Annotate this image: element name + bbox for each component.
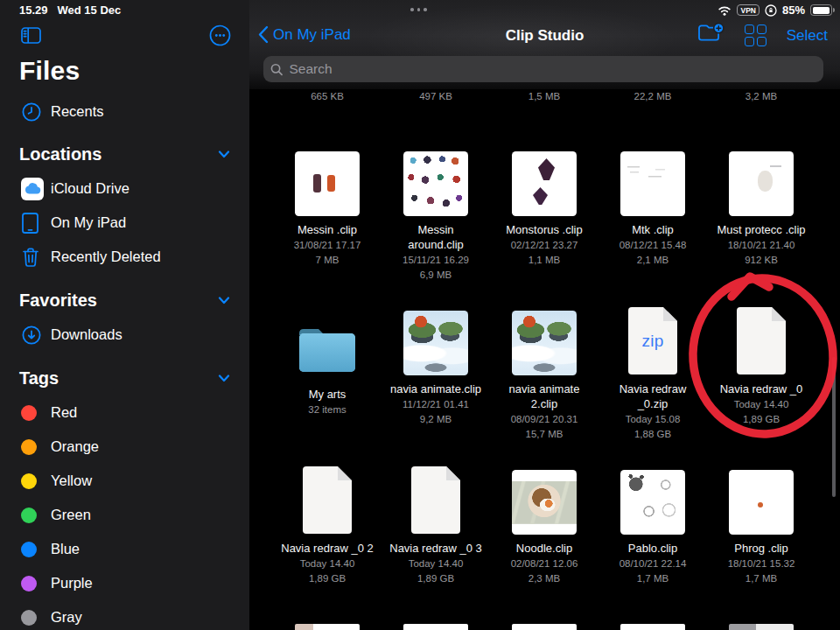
app-title: Files <box>19 56 80 86</box>
file-size: 3,2 MB <box>707 91 816 102</box>
sidebar-section-tags[interactable]: Tags <box>0 361 249 396</box>
file-date: 02/12/21 23.27 <box>511 238 578 252</box>
file-thumbnail <box>512 311 577 375</box>
sidebar-section-favorites[interactable]: Favorites <box>0 284 249 318</box>
file-tile-navia-redraw-0-2[interactable]: Navia redraw _0 2 Today 14.40 1,89 GB <box>273 466 382 585</box>
file-grid-row-3: Navia redraw _0 2 Today 14.40 1,89 GB Na… <box>273 466 816 585</box>
file-size: 2,1 MB <box>637 253 668 267</box>
zip-label: zip <box>628 307 677 374</box>
file-tile-mtk[interactable]: Mtk .clip 08/12/21 15.48 2,1 MB <box>598 148 707 267</box>
chevron-down-icon <box>218 297 230 304</box>
file-name: Navia redraw _0.zip <box>606 382 699 411</box>
sidebar-item-label: iCloud Drive <box>51 180 130 197</box>
file-size: 22,2 MB <box>598 91 707 102</box>
file-name: Pablo.clip <box>628 541 677 556</box>
chevron-down-icon <box>218 374 230 382</box>
tag-color-dot <box>21 473 37 489</box>
sidebar-section-locations[interactable]: Locations <box>0 137 249 172</box>
file-thumbnail <box>512 470 577 535</box>
sidebar-item-icloud-drive[interactable]: iCloud Drive <box>0 172 249 206</box>
file-thumbnail <box>403 311 468 375</box>
back-label: On My iPad <box>273 26 351 44</box>
file-size: 497 KB <box>382 91 490 102</box>
file-tile-navia-animate[interactable]: navia animate.clip 11/12/21 01.41 9,2 MB <box>382 307 490 426</box>
file-date: 02/08/21 12.06 <box>511 556 578 570</box>
sidebar-item-tag-gray[interactable]: Gray <box>0 600 249 630</box>
grid-view-button[interactable] <box>745 24 766 46</box>
search-bar[interactable] <box>263 56 823 82</box>
sidebar-item-tag-orange[interactable]: Orange <box>0 430 249 464</box>
file-tile-messin-around[interactable]: Messin around.clip 15/11/21 16.29 6,9 MB <box>382 148 490 282</box>
sidebar: 15.29 Wed 15 Dec <box>0 0 249 630</box>
downloads-icon <box>21 325 51 346</box>
file-tile-navia-redraw-0[interactable]: Navia redraw _0 Today 14.40 1,89 GB <box>707 307 816 426</box>
file-thumbnail <box>729 151 794 216</box>
status-icons: VPN 85% <box>718 4 832 17</box>
file-tile-navia-redraw-zip[interactable]: zip Navia redraw _0.zip Today 15.08 1,88… <box>598 307 707 441</box>
new-folder-button[interactable] <box>697 23 724 48</box>
sidebar-item-recents[interactable]: Recents <box>0 94 249 129</box>
folder-icon <box>295 325 360 375</box>
folder-tile-my-arts[interactable]: My arts 32 items <box>273 307 382 416</box>
file-size: 15,7 MB <box>526 427 564 441</box>
ipad-icon <box>21 212 51 234</box>
file-size: 2,3 MB <box>528 571 560 585</box>
file-date: Today 15.08 <box>626 412 681 426</box>
file-name: Monstorus .clip <box>506 222 582 237</box>
sidebar-item-tag-blue[interactable]: Blue <box>0 532 249 566</box>
file-tile-navia-redraw-0-3[interactable]: Navia redraw _0 3 Today 14.40 1,89 GB <box>382 466 490 585</box>
file-tile-must-protecc[interactable]: Must protecc .clip 18/10/21 21.40 912 KB <box>707 148 816 267</box>
tag-color-dot <box>21 610 37 626</box>
file-tile-monstorus[interactable]: Monstorus .clip 02/12/21 23.27 1,1 MB <box>490 148 598 267</box>
trash-icon <box>21 247 51 268</box>
scrollbar-thumb[interactable] <box>832 357 836 497</box>
file-date: Today 14.40 <box>409 556 464 570</box>
sidebar-toggle-icon[interactable] <box>21 27 41 47</box>
search-input[interactable] <box>287 60 816 78</box>
file-tile-pablo[interactable]: Pablo.clip 08/10/21 22.14 1,7 MB <box>598 466 707 585</box>
file-date: 18/10/21 15.32 <box>728 556 795 570</box>
file-tile-messin[interactable]: Messin .clip 31/08/21 17.17 7 MB <box>273 148 382 267</box>
zip-file-icon: zip <box>628 307 677 374</box>
partial-row-sizes: 665 KB 497 KB 1,5 MB 22,2 MB 3,2 MB <box>273 91 816 102</box>
sidebar-item-recently-deleted[interactable]: Recently Deleted <box>0 240 249 274</box>
tag-color-dot <box>21 576 37 592</box>
status-time: 15.29 <box>19 4 48 17</box>
status-time-date: 15.29 Wed 15 Dec <box>19 4 121 17</box>
sidebar-item-on-my-ipad[interactable]: On My iPad <box>0 206 249 240</box>
file-grid-row-2: My arts 32 items navia animate.clip 11/1… <box>273 307 816 441</box>
back-button[interactable]: On My iPad <box>257 25 351 44</box>
file-thumbnail <box>620 151 685 216</box>
file-name: Navia redraw _0 <box>720 382 803 396</box>
chevron-down-icon <box>218 150 230 158</box>
file-thumbnail <box>512 151 577 216</box>
icloud-drive-icon <box>21 178 51 200</box>
file-name: Phrog .clip <box>734 541 788 556</box>
sidebar-item-tag-green[interactable]: Green <box>0 498 249 532</box>
file-tile-navia-animate-2[interactable]: navia animate 2.clip 08/09/21 20.31 15,7… <box>490 307 598 441</box>
section-title: Locations <box>19 144 102 164</box>
file-tile-noodle[interactable]: Noodle.clip 02/08/21 12.06 2,3 MB <box>490 466 598 585</box>
multitask-handle[interactable] <box>410 8 427 11</box>
sidebar-item-tag-red[interactable]: Red <box>0 396 249 430</box>
select-button[interactable]: Select <box>787 27 828 45</box>
blank-document-icon <box>411 466 460 534</box>
battery-icon <box>810 4 832 16</box>
folder-name: My arts <box>309 387 346 402</box>
sidebar-item-label: Gray <box>51 609 82 626</box>
file-name: Messin around.clip <box>389 222 482 252</box>
sidebar-item-label: Yellow <box>51 472 92 489</box>
file-grid-row-1: Messin .clip 31/08/21 17.17 7 MB Messin … <box>273 148 816 282</box>
tag-color-dot <box>21 405 37 421</box>
more-options-icon[interactable] <box>209 24 231 50</box>
sidebar-item-downloads[interactable]: Downloads <box>0 318 249 352</box>
sidebar-item-label: Red <box>51 404 77 421</box>
files-app-window: 15.29 Wed 15 Dec <box>0 0 840 630</box>
search-icon <box>270 63 283 76</box>
file-name: Messin .clip <box>298 222 357 237</box>
sidebar-item-tag-yellow[interactable]: Yellow <box>0 464 249 498</box>
file-date: 08/12/21 15.48 <box>620 238 687 252</box>
sidebar-item-label: Purple <box>51 575 93 592</box>
sidebar-item-tag-purple[interactable]: Purple <box>0 566 249 600</box>
file-tile-phrog[interactable]: Phrog .clip 18/10/21 15.32 1,7 MB <box>707 466 816 585</box>
